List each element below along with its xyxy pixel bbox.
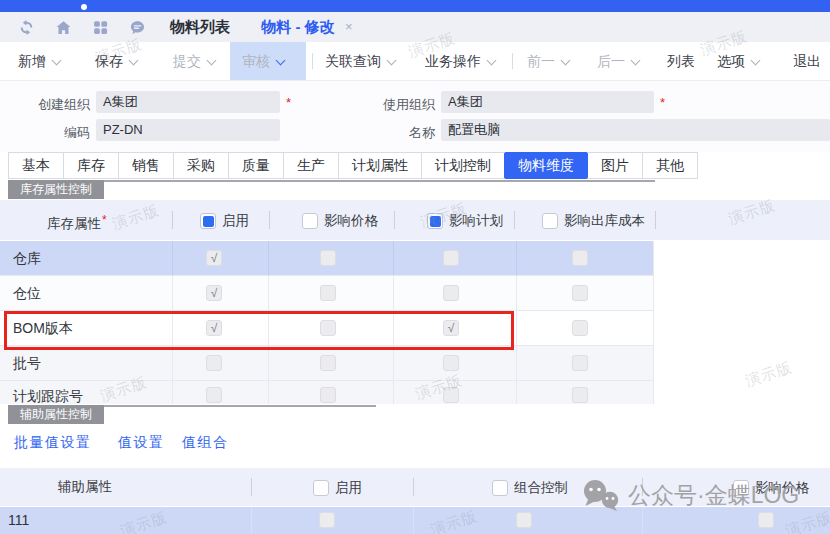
code-label: 编码	[0, 122, 90, 144]
column-divider	[172, 276, 173, 310]
affect-outbound-cost-checkbox[interactable]	[572, 320, 588, 336]
form-area: 创建组织 A集团 * 使用组织 A集团 * 编码 PZ-DN 名称 配置电脑	[0, 80, 830, 152]
enable-checkbox[interactable]: √	[206, 320, 222, 336]
toolbar-divider	[312, 53, 313, 69]
enable-checkbox[interactable]	[206, 387, 222, 403]
save-button[interactable]: 保存	[95, 42, 137, 80]
affect-price-checkbox[interactable]	[320, 250, 336, 266]
related-query-button[interactable]: 关联查询	[325, 42, 395, 80]
options-button[interactable]: 选项	[717, 42, 759, 80]
list-button[interactable]: 列表	[667, 42, 695, 80]
chevron-down-icon	[52, 56, 62, 66]
table-row-bom-version[interactable]: BOM版本 √ √	[0, 311, 653, 346]
chevron-down-icon	[276, 56, 286, 66]
inventory-section-badge: 库存属性控制	[8, 180, 104, 199]
enable-checkbox[interactable]	[319, 512, 335, 528]
affect-plan-checkbox[interactable]	[443, 250, 459, 266]
code-field[interactable]: PZ-DN	[96, 119, 280, 141]
submit-button[interactable]: 提交	[173, 42, 215, 80]
tab-image[interactable]: 图片	[587, 152, 643, 179]
value-combination-link[interactable]: 值组合	[182, 431, 229, 453]
table-row-warehouse[interactable]: 仓库 √	[0, 241, 653, 276]
affect-price-header-checkbox[interactable]	[733, 480, 749, 496]
exit-button[interactable]: 退出	[793, 42, 821, 80]
row-label: 仓位	[13, 276, 41, 310]
business-operation-button[interactable]: 业务操作	[425, 42, 495, 80]
new-button[interactable]: 新增	[18, 42, 60, 80]
column-divider	[413, 478, 414, 496]
batch-value-setting-link[interactable]: 批量值设置	[14, 431, 92, 453]
column-affect-price: 影响价格	[302, 212, 378, 230]
affect-price-checkbox[interactable]	[758, 512, 774, 528]
tab-basic[interactable]: 基本	[8, 152, 64, 179]
chevron-down-icon	[631, 56, 641, 66]
create-org-field[interactable]: A集团	[96, 91, 280, 113]
column-divider	[393, 241, 394, 275]
table-row-111[interactable]: 111	[0, 507, 830, 534]
column-divider	[514, 211, 515, 229]
close-tab-icon[interactable]: ×	[345, 12, 353, 42]
table-row-bin[interactable]: 仓位 √	[0, 276, 653, 311]
table-row-plan-tracking-number[interactable]: 计划跟踪号	[0, 381, 653, 404]
tab-material-edit[interactable]: 物料 - 修改	[248, 12, 348, 42]
affect-plan-checkbox[interactable]	[443, 355, 459, 371]
tab-inventory[interactable]: 库存	[63, 152, 119, 179]
column-divider	[655, 211, 656, 229]
affect-outbound-cost-checkbox[interactable]	[572, 285, 588, 301]
use-org-field[interactable]: A集团	[441, 91, 654, 113]
tab-sales[interactable]: 销售	[118, 152, 174, 179]
column-divider	[172, 311, 173, 345]
enable-header-checkbox[interactable]	[200, 213, 216, 229]
affect-outbound-cost-checkbox[interactable]	[572, 355, 588, 371]
enable-header-checkbox[interactable]	[313, 480, 329, 496]
top-title-strip	[0, 0, 830, 12]
column-combination-control: 组合控制	[492, 479, 568, 497]
affect-plan-checkbox[interactable]: √	[443, 320, 459, 336]
affect-plan-header-checkbox[interactable]	[427, 213, 443, 229]
tab-purchase[interactable]: 采购	[173, 152, 229, 179]
affect-plan-checkbox[interactable]	[443, 387, 459, 403]
name-field[interactable]: 配置电脑	[441, 119, 830, 141]
table-row-lot-number[interactable]: 批号	[0, 346, 653, 381]
tab-quality[interactable]: 质量	[228, 152, 284, 179]
column-divider	[393, 276, 394, 310]
previous-button[interactable]: 前一	[527, 42, 569, 80]
affect-price-checkbox[interactable]	[320, 355, 336, 371]
required-asterisk: *	[102, 213, 107, 227]
home-icon[interactable]	[55, 19, 72, 36]
tab-material-dimension[interactable]: 物料维度	[504, 152, 588, 179]
apps-grid-icon[interactable]	[92, 19, 109, 36]
tab-plan-control[interactable]: 计划控制	[421, 152, 505, 179]
affect-price-checkbox[interactable]	[320, 387, 336, 403]
tab-production[interactable]: 生产	[283, 152, 339, 179]
affect-outbound-cost-checkbox[interactable]	[572, 387, 588, 403]
required-asterisk: *	[660, 92, 665, 114]
column-divider	[393, 346, 394, 380]
next-button[interactable]: 后一	[597, 42, 639, 80]
toolbar: 新增 保存 提交 审核 关联查询 业务操作 前一 后一 列表 选项 退出	[0, 42, 830, 80]
column-aux-attr: 辅助属性	[58, 468, 112, 506]
tab-material-list[interactable]: 物料列表	[155, 12, 245, 42]
message-icon[interactable]	[129, 19, 146, 36]
combination-control-checkbox[interactable]	[516, 512, 532, 528]
affect-price-checkbox[interactable]	[320, 285, 336, 301]
affect-price-checkbox[interactable]	[320, 320, 336, 336]
affect-outbound-cost-checkbox[interactable]	[572, 250, 588, 266]
tab-other[interactable]: 其他	[642, 152, 698, 179]
affect-plan-checkbox[interactable]	[443, 285, 459, 301]
column-divider	[393, 381, 394, 404]
column-divider	[516, 241, 517, 275]
enable-checkbox[interactable]	[206, 355, 222, 371]
tab-plan-attr[interactable]: 计划属性	[338, 152, 422, 179]
affect-outbound-cost-header-checkbox[interactable]	[542, 213, 558, 229]
affect-price-header-checkbox[interactable]	[302, 213, 318, 229]
sync-icon[interactable]	[18, 19, 35, 36]
enable-checkbox[interactable]: √	[206, 285, 222, 301]
audit-button[interactable]: 审核	[242, 42, 284, 80]
combination-control-header-checkbox[interactable]	[492, 480, 508, 496]
column-divider	[172, 381, 173, 404]
enable-checkbox[interactable]: √	[206, 250, 222, 266]
column-divider	[516, 276, 517, 310]
column-divider	[394, 211, 395, 229]
value-setting-link[interactable]: 值设置	[118, 431, 165, 453]
